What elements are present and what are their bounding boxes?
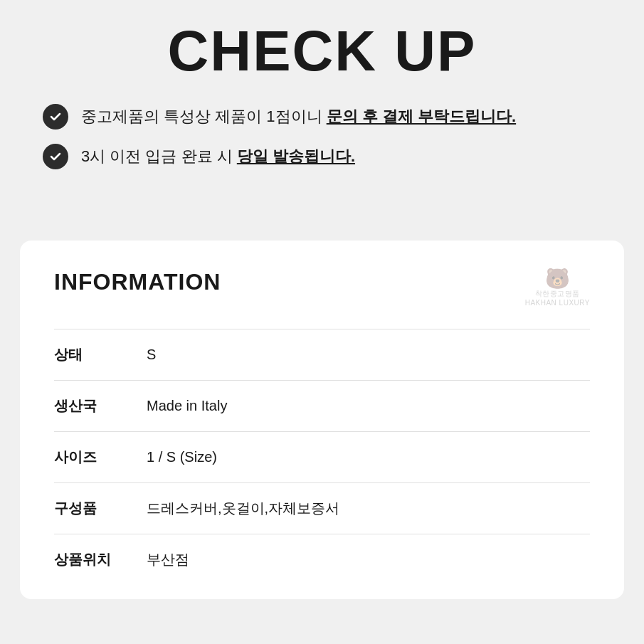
label-origin: 생산국 — [54, 381, 147, 432]
value-status: S — [147, 329, 590, 381]
page-wrapper: CHECK UP 중고제품의 특성상 제품이 1점이니 문의 후 결제 부탁드립… — [0, 0, 644, 644]
checkup-item-1-bold: 문의 후 결제 부탁드립니다. — [327, 107, 516, 125]
watermark-text: 착한중고명품 HAKHAN LUXURY — [525, 289, 590, 307]
checkup-title: CHECK UP — [43, 20, 601, 83]
check-icon-2 — [43, 144, 68, 169]
checkup-item-2: 3시 이전 입금 완료 시 당일 발송됩니다. — [43, 144, 601, 169]
information-table: 상태 S 생산국 Made in Italy 사이즈 1 / S (Size) … — [54, 329, 590, 585]
label-location: 상품위치 — [54, 534, 147, 586]
checkup-item-1-text: 중고제품의 특성상 제품이 1점이니 문의 후 결제 부탁드립니다. — [81, 106, 516, 128]
information-card: INFORMATION 🐻 착한중고명품 HAKHAN LUXURY 상태 S … — [20, 241, 624, 599]
value-location: 부산점 — [147, 534, 590, 586]
value-components: 드레스커버,옷걸이,자체보증서 — [147, 483, 590, 534]
label-status: 상태 — [54, 329, 147, 381]
table-row-origin: 생산국 Made in Italy — [54, 381, 590, 432]
watermark-bear-icon: 🐻 — [545, 269, 570, 289]
watermark: 🐻 착한중고명품 HAKHAN LUXURY — [525, 269, 590, 307]
check-icon-1 — [43, 104, 68, 130]
label-components: 구성품 — [54, 483, 147, 534]
checkup-items-list: 중고제품의 특성상 제품이 1점이니 문의 후 결제 부탁드립니다. 3시 이전… — [43, 104, 601, 169]
table-row-size: 사이즈 1 / S (Size) — [54, 432, 590, 483]
info-header: INFORMATION 🐻 착한중고명품 HAKHAN LUXURY — [54, 269, 590, 307]
checkup-section: CHECK UP 중고제품의 특성상 제품이 1점이니 문의 후 결제 부탁드립… — [0, 0, 644, 212]
checkup-item-2-bold: 당일 발송됩니다. — [237, 147, 355, 165]
information-title: INFORMATION — [54, 269, 221, 295]
table-row-status: 상태 S — [54, 329, 590, 381]
checkup-item-2-text: 3시 이전 입금 완료 시 당일 발송됩니다. — [81, 146, 355, 168]
label-size: 사이즈 — [54, 432, 147, 483]
table-row-components: 구성품 드레스커버,옷걸이,자체보증서 — [54, 483, 590, 534]
checkup-item-1: 중고제품의 특성상 제품이 1점이니 문의 후 결제 부탁드립니다. — [43, 104, 601, 130]
table-row-location: 상품위치 부산점 — [54, 534, 590, 586]
value-size: 1 / S (Size) — [147, 432, 590, 483]
section-spacer — [0, 212, 644, 241]
value-origin: Made in Italy — [147, 381, 590, 432]
